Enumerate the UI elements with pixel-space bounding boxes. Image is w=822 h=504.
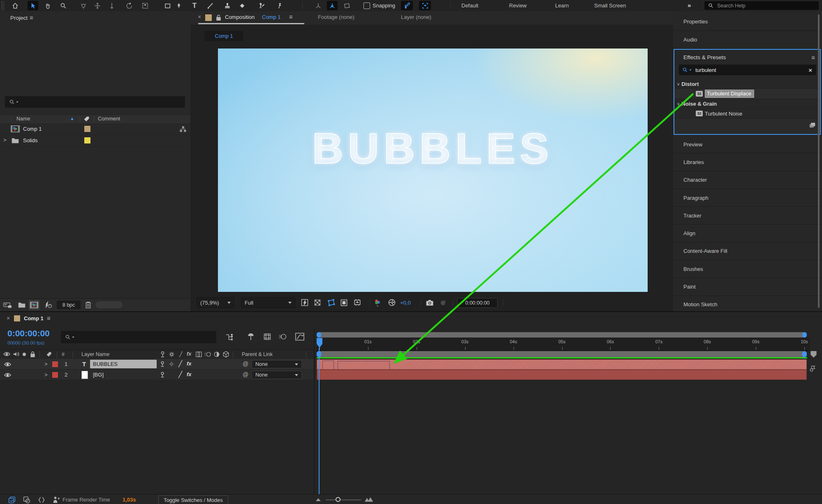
label-column-icon[interactable] (83, 116, 90, 122)
timeline-tab[interactable]: × Comp 1 ≡ (0, 312, 164, 326)
expand-in-out-button[interactable] (38, 496, 45, 504)
comp-mini-tab[interactable]: Comp 1 (204, 31, 243, 41)
flowchart-icon[interactable] (179, 125, 187, 133)
sidebar-item-libraries[interactable]: Libraries (673, 153, 822, 171)
local-axis-mode[interactable] (313, 1, 324, 10)
eye-icon[interactable] (4, 362, 11, 367)
sidebar-scrollbar[interactable] (818, 14, 820, 308)
close-tab-icon[interactable]: × (7, 315, 10, 321)
frame-blend-switch-icon[interactable] (196, 351, 202, 357)
playhead-line[interactable] (319, 348, 320, 494)
project-item-name[interactable]: Comp 1 (23, 126, 42, 132)
graph-editor-icon[interactable] (295, 333, 304, 341)
column-name-label[interactable]: Name (16, 116, 30, 122)
render-queue-person-icon[interactable] (53, 496, 60, 504)
fx-switch-icon[interactable]: fx (187, 371, 192, 377)
timeline-zoom-track[interactable] (326, 499, 361, 500)
panel-menu-icon[interactable]: ≡ (811, 54, 815, 61)
clear-search-icon[interactable]: × (808, 67, 812, 74)
audio-column-icon[interactable] (13, 351, 19, 357)
roto-brush-tool[interactable] (256, 1, 267, 10)
new-animation-preset-icon[interactable] (809, 122, 816, 128)
video-column-icon[interactable] (3, 351, 10, 357)
eraser-tool[interactable] (237, 1, 248, 10)
interpret-footage-icon[interactable] (3, 302, 12, 308)
tab-menu-icon[interactable]: ≡ (47, 314, 51, 321)
tab-label-swatch[interactable] (14, 315, 20, 321)
crop-region-button[interactable] (353, 297, 361, 308)
expand-transfer-controls-button[interactable] (23, 496, 30, 504)
viewer-timecode-box[interactable]: 0:00:00:00 (457, 298, 498, 308)
effect-item-turbulent-displace[interactable]: 32 Turbulent Displace (674, 89, 820, 99)
home-tool[interactable] (10, 1, 21, 10)
snap-along-edges-toggle[interactable] (401, 1, 413, 10)
quality-best-icon[interactable]: ╱ (178, 360, 182, 368)
clone-stamp-tool[interactable] (222, 1, 233, 10)
effects-panel-header[interactable]: Effects & Presets ≡ (674, 52, 820, 62)
workspace-tab-default[interactable]: Default (461, 2, 478, 9)
project-item-name[interactable]: Solids (23, 137, 37, 143)
trash-icon[interactable] (85, 301, 92, 309)
resolution-dropdown[interactable]: Full (241, 297, 295, 308)
sidebar-item-character[interactable]: Character (673, 171, 822, 189)
layer-row-bg[interactable]: > 2 [BG] ╱ fx @ None (0, 370, 314, 380)
parent-pickwhip-icon[interactable]: @ (243, 371, 248, 378)
layer-bar-bubbles[interactable] (317, 359, 807, 370)
layer-bar-bg[interactable] (317, 370, 807, 380)
motion-blur-icon[interactable] (279, 333, 287, 341)
layer-label-swatch[interactable] (52, 372, 58, 378)
dolly-camera-tool[interactable] (107, 1, 117, 10)
layer-name-cell-selected[interactable]: BUBBLES (90, 360, 157, 368)
layer-name-column-label[interactable]: Layer Name (81, 351, 109, 357)
tab-footage[interactable]: Footage (none) (318, 14, 354, 20)
sidebar-item-brushes[interactable]: Brushes (673, 260, 822, 278)
project-search-input[interactable] (19, 99, 177, 106)
transparency-grid-button[interactable] (314, 297, 321, 308)
timeline-zoom-in-icon[interactable] (364, 497, 374, 502)
world-axis-mode[interactable] (327, 1, 338, 10)
timeline-zoom-out-icon[interactable] (316, 498, 321, 501)
project-item-solids[interactable]: > Solids (0, 135, 190, 147)
camera-marquee-tool[interactable] (140, 1, 151, 10)
layer-row-bubbles[interactable]: > 1 T BUBBLES ╱ fx @ None (0, 359, 314, 370)
layer-label-swatch[interactable] (52, 361, 58, 367)
composition-mini-flowchart-icon[interactable] (225, 333, 234, 341)
channel-settings-button[interactable] (374, 297, 381, 308)
pan-camera-tool[interactable] (92, 1, 103, 10)
scrollbar-left-cap[interactable] (317, 332, 321, 338)
exposure-shutter-icon[interactable] (388, 297, 396, 308)
take-snapshot-button[interactable] (426, 297, 434, 308)
label-swatch-yellow[interactable] (84, 137, 90, 143)
help-search-box[interactable] (704, 1, 819, 10)
snapping-checkbox[interactable] (364, 2, 370, 9)
workspace-tab-small-screen[interactable]: Small Screen (594, 2, 626, 9)
sidebar-item-audio[interactable]: Audio (673, 31, 822, 49)
label-column-icon[interactable] (46, 351, 52, 357)
fast-previews-button[interactable] (301, 297, 309, 308)
show-snapshot-button[interactable] (440, 297, 447, 308)
motion-blur-switch-icon[interactable] (205, 351, 211, 357)
workspace-overflow-button[interactable]: » (688, 2, 691, 9)
region-of-interest-button[interactable] (327, 297, 335, 308)
tab-composition-label[interactable]: Composition (225, 14, 255, 20)
tab-menu-icon[interactable]: ≡ (289, 13, 293, 20)
brush-tool[interactable] (205, 1, 215, 10)
expander-icon[interactable]: > (44, 372, 48, 378)
parent-pickwhip-icon[interactable]: @ (243, 361, 248, 367)
sidebar-item-align[interactable]: Align (673, 225, 822, 243)
three-d-switch-icon[interactable] (223, 351, 229, 358)
number-column-label[interactable]: # (62, 351, 65, 357)
collapse-switch-icon[interactable] (169, 351, 175, 358)
timeline-timecode[interactable]: 0:00:00:00 (7, 328, 50, 338)
solo-column-icon[interactable] (23, 353, 26, 356)
parent-link-column-label[interactable]: Parent & Link (242, 351, 273, 357)
magnification-dropdown[interactable]: (75,9%) (197, 297, 234, 308)
timeline-left-right-divider[interactable] (314, 328, 315, 494)
timeline-search-box[interactable] (61, 331, 216, 343)
sidebar-item-content-aware-fill[interactable]: Content-Aware Fill (673, 243, 822, 260)
sidebar-item-paint[interactable]: Paint (673, 278, 822, 296)
timeline-h-scrollbar[interactable] (317, 332, 807, 338)
hand-tool[interactable] (42, 1, 53, 10)
timeline-zoom-knob[interactable] (336, 497, 340, 502)
project-panel-menu-icon[interactable]: ≡ (30, 14, 33, 21)
